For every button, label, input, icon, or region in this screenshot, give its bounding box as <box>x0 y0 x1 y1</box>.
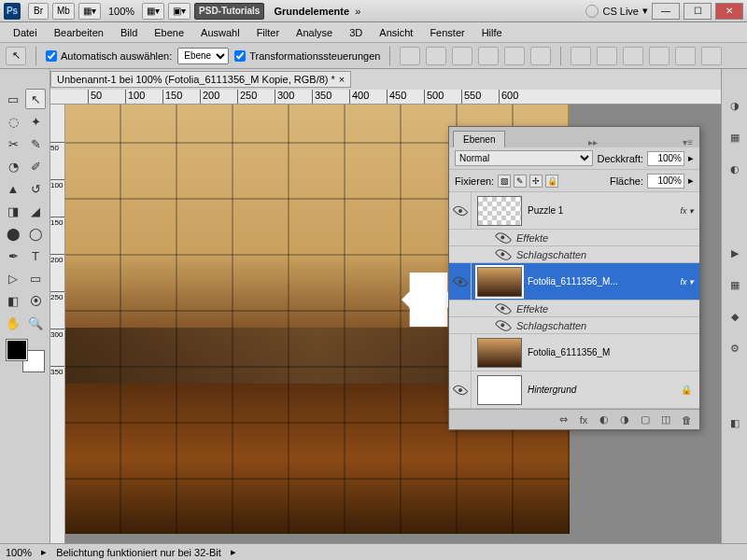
adjustment-layer-icon[interactable]: ◑ <box>617 413 632 427</box>
fx-badge[interactable]: fx ▾ <box>680 206 699 216</box>
tool-3d[interactable]: ◧ <box>3 290 23 311</box>
align-hcenter-button[interactable] <box>504 47 525 65</box>
align-top-button[interactable] <box>400 47 420 65</box>
transform-controls-input[interactable] <box>234 50 246 62</box>
menu-analyse[interactable]: Analyse <box>289 24 340 41</box>
properties-panel-icon[interactable]: ⚙ <box>726 340 743 357</box>
dropshadow-row[interactable]: Schlagschatten <box>449 246 699 263</box>
tool-lasso[interactable]: ◌ <box>3 111 23 132</box>
fill-input[interactable] <box>647 174 684 189</box>
move-tool-preset-icon[interactable]: ↖ <box>6 47 26 65</box>
align-bottom-button[interactable] <box>452 47 472 65</box>
link-layers-icon[interactable]: ⇔ <box>556 413 571 427</box>
status-dropdown-icon[interactable]: ▸ <box>231 546 236 558</box>
layer-thumbnail[interactable] <box>477 375 522 405</box>
tool-move-secondary[interactable]: ▭ <box>3 89 23 109</box>
status-expand-icon[interactable]: ▸ <box>41 546 47 558</box>
layer-thumbnail[interactable] <box>477 267 522 297</box>
tool-dodge[interactable]: ◯ <box>25 223 46 244</box>
distribute-4-button[interactable] <box>649 47 669 65</box>
menu-auswahl[interactable]: Auswahl <box>193 24 247 41</box>
menu-3d[interactable]: 3D <box>342 24 370 41</box>
menu-ansicht[interactable]: Ansicht <box>372 24 420 41</box>
group-layers-icon[interactable]: ▢ <box>638 413 653 427</box>
tool-magic-wand[interactable]: ✦ <box>25 111 46 132</box>
tool-move[interactable]: ↖ <box>25 89 46 109</box>
align-vcenter-button[interactable] <box>426 47 446 65</box>
tool-eraser[interactable]: ◨ <box>3 201 23 221</box>
align-right-button[interactable] <box>530 47 551 65</box>
cslive-search-icon[interactable] <box>585 5 599 18</box>
effects-row-2[interactable]: Effekte <box>449 301 699 317</box>
lock-transparency-icon[interactable]: ▧ <box>498 175 511 188</box>
layer-puzzle-1[interactable]: Puzzle 1 fx ▾ <box>449 192 699 230</box>
panel-menu-icon[interactable]: ▾≡ <box>680 137 696 147</box>
distribute-1-button[interactable] <box>571 47 591 65</box>
arrange-docs-button[interactable]: ▦▾ <box>142 3 164 20</box>
visibility-eye-icon[interactable] <box>495 245 512 262</box>
cslive-label[interactable]: CS Live <box>602 6 639 17</box>
tool-healing[interactable]: ◔ <box>3 156 23 176</box>
auto-select-target-select[interactable]: Ebene <box>177 48 229 64</box>
tool-history-brush[interactable]: ↺ <box>25 178 46 199</box>
align-left-button[interactable] <box>478 47 499 65</box>
layer-thumbnail[interactable] <box>477 338 522 368</box>
color-panel-icon[interactable]: ◑ <box>726 97 743 114</box>
opacity-dropdown-icon[interactable]: ▸ <box>688 152 694 164</box>
menu-filter[interactable]: Filter <box>249 24 287 41</box>
window-maximize-button[interactable]: ☐ <box>684 3 712 20</box>
layer-fotolia-copy[interactable]: Fotolia_6111356_M... fx ▾ <box>449 263 699 301</box>
tool-shape[interactable]: ▭ <box>25 268 46 288</box>
tool-hand[interactable]: ✋ <box>3 313 23 333</box>
visibility-eye-icon[interactable] <box>495 300 512 316</box>
panel-collapse-icon[interactable]: ▸▸ <box>585 137 600 147</box>
fx-badge[interactable]: fx ▾ <box>680 277 699 287</box>
auto-select-input[interactable] <box>46 50 57 62</box>
status-zoom[interactable]: 100% <box>6 547 32 558</box>
visibility-eye-icon[interactable] <box>495 316 512 333</box>
tool-crop[interactable]: ✂ <box>3 133 23 154</box>
layer-style-icon[interactable]: fx <box>576 413 591 427</box>
window-close-button[interactable]: ✕ <box>715 3 743 20</box>
new-layer-icon[interactable]: ◫ <box>658 413 673 427</box>
screen-mode-button[interactable]: ▣▾ <box>168 3 190 20</box>
opacity-input[interactable] <box>647 151 684 166</box>
visibility-eye-icon[interactable] <box>452 382 468 398</box>
layer-thumbnail[interactable] <box>477 196 522 226</box>
color-swatches[interactable] <box>7 340 44 371</box>
menu-fenster[interactable]: Fenster <box>422 24 472 41</box>
tool-pen[interactable]: ✒ <box>3 245 23 266</box>
workspace-more-icon[interactable]: » <box>355 6 360 17</box>
lock-pixels-icon[interactable]: ✎ <box>514 175 527 188</box>
close-tab-icon[interactable]: × <box>339 74 345 85</box>
workspace-label[interactable]: Grundelemente <box>274 6 349 17</box>
effects-row[interactable]: Effekte <box>449 230 699 246</box>
bridge-button[interactable]: Br <box>28 3 49 20</box>
menu-hilfe[interactable]: Hilfe <box>474 24 510 41</box>
transform-controls-checkbox[interactable]: Transformationssteuerungen <box>234 50 380 62</box>
layer-mask-icon[interactable]: ◐ <box>597 413 612 427</box>
history-panel-icon[interactable]: ▦ <box>726 276 743 293</box>
swatches-panel-icon[interactable]: ▦ <box>726 129 743 146</box>
layers-panel-icon[interactable]: ◧ <box>726 414 743 431</box>
visibility-eye-icon[interactable] <box>495 229 512 245</box>
adjustments-panel-icon[interactable]: ◐ <box>726 161 743 177</box>
menu-datei[interactable]: Datei <box>6 24 45 41</box>
menu-ebene[interactable]: Ebene <box>147 24 191 41</box>
minibridge-button[interactable]: Mb <box>52 3 75 20</box>
view-extras-button[interactable]: ▦▾ <box>78 3 101 20</box>
tool-eyedropper[interactable]: ✎ <box>25 133 46 154</box>
window-minimize-button[interactable]: — <box>652 3 680 20</box>
tool-type[interactable]: T <box>25 245 46 266</box>
tool-blur[interactable]: ⬤ <box>3 223 23 244</box>
tool-path[interactable]: ▷ <box>3 268 23 288</box>
menu-bearbeiten[interactable]: Bearbeiten <box>47 24 111 41</box>
visibility-eye-icon[interactable] <box>452 203 468 218</box>
tool-gradient[interactable]: ◢ <box>25 201 46 221</box>
cslive-dropdown-icon[interactable]: ▾ <box>642 5 648 17</box>
actions-panel-icon[interactable]: ▶ <box>726 245 743 261</box>
zoom-level[interactable]: 100% <box>108 6 134 17</box>
document-tab[interactable]: Unbenannt-1 bei 100% (Fotolia_6111356_M … <box>50 71 351 88</box>
auto-select-checkbox[interactable]: Automatisch auswählen: <box>46 50 172 62</box>
delete-layer-icon[interactable]: 🗑 <box>679 413 694 427</box>
